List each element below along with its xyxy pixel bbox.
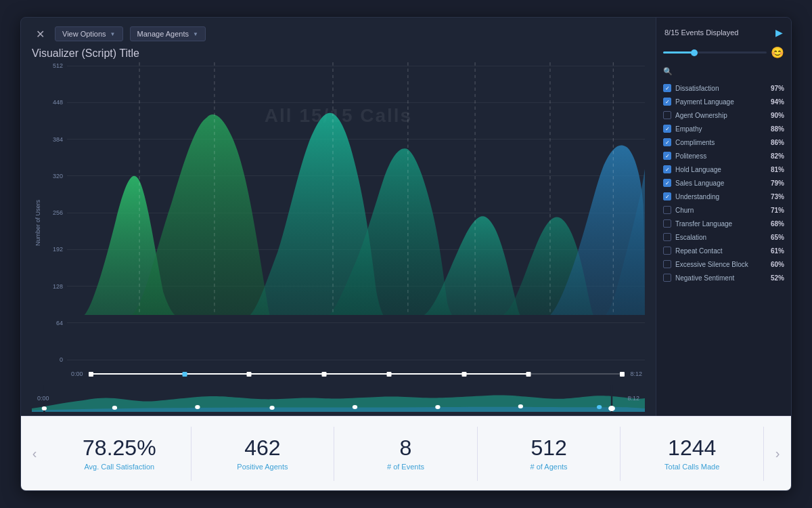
- category-item: Repeat Contact61%: [662, 244, 786, 257]
- category-checkbox[interactable]: [663, 179, 671, 187]
- category-percent: 82%: [771, 152, 784, 160]
- category-percent: 79%: [771, 179, 784, 187]
- stat-value-2: 8: [400, 436, 412, 460]
- category-name: Compliments: [675, 139, 767, 146]
- category-percent: 97%: [771, 85, 784, 92]
- category-name: Excessive Silence Block: [675, 261, 767, 268]
- prev-stat-button[interactable]: ‹: [21, 446, 48, 461]
- search-input[interactable]: [675, 68, 784, 76]
- svg-point-9: [112, 406, 117, 410]
- chart-svg: [68, 62, 645, 315]
- category-checkbox[interactable]: [663, 219, 671, 228]
- category-percent: 71%: [771, 207, 784, 214]
- view-options-dropdown[interactable]: View Options ▼: [55, 26, 123, 41]
- close-button[interactable]: ✕: [32, 26, 48, 42]
- y-label: 128: [44, 283, 63, 290]
- main-chart-area: ✕ View Options ▼ Manage Agents ▼ Visuali…: [21, 18, 656, 416]
- category-percent: 81%: [771, 166, 784, 173]
- search-row: 🔍: [656, 64, 791, 81]
- category-checkbox[interactable]: [663, 274, 671, 282]
- y-label: 448: [44, 99, 63, 106]
- category-name: Transfer Language: [675, 220, 767, 228]
- stat-value-1: 462: [244, 436, 280, 460]
- y-label: 512: [44, 62, 63, 69]
- svg-point-17: [608, 406, 615, 411]
- category-checkbox[interactable]: [663, 152, 671, 160]
- chart-container: Number of Users 512 448 384 320 256 192 …: [32, 62, 645, 416]
- search-icon: 🔍: [663, 67, 673, 76]
- category-name: Sales Language: [675, 179, 767, 187]
- svg-point-14: [518, 404, 523, 408]
- bottom-stats: ‹ 78.25% Avg. Call Satisfaction 462 Posi…: [21, 416, 791, 490]
- stat-label-4: Total Calls Made: [664, 463, 719, 471]
- category-checkbox[interactable]: [663, 98, 671, 106]
- x-axis-start: 0:00: [71, 371, 83, 377]
- toolbar: ✕ View Options ▼ Manage Agents ▼: [32, 26, 645, 42]
- chevron-down-icon: ▼: [193, 31, 198, 37]
- y-label: 384: [44, 136, 63, 143]
- category-item: Dissatisfaction97%: [662, 81, 786, 95]
- stat-label-1: Positive Agents: [237, 463, 288, 471]
- category-percent: 86%: [771, 139, 784, 146]
- y-label: 64: [44, 320, 63, 326]
- category-checkbox[interactable]: [663, 111, 671, 119]
- category-item: Sales Language79%: [662, 176, 786, 190]
- category-item: Payment Language94%: [662, 95, 786, 108]
- top-section: ✕ View Options ▼ Manage Agents ▼ Visuali…: [21, 18, 791, 416]
- category-item: Politeness82%: [662, 149, 786, 163]
- stat-positive-agents: 462 Positive Agents: [191, 427, 335, 481]
- category-percent: 60%: [771, 261, 784, 268]
- category-name: Negative Sentiment: [675, 274, 767, 282]
- category-item: Negative Sentiment52%: [662, 271, 786, 284]
- svg-point-15: [597, 405, 602, 409]
- category-checkbox[interactable]: [663, 138, 671, 146]
- category-percent: 90%: [771, 112, 784, 119]
- category-name: Repeat Contact: [675, 247, 767, 255]
- next-stat-button[interactable]: ›: [764, 446, 791, 461]
- chevron-down-icon: ▼: [110, 31, 116, 37]
- category-item: Empathy88%: [662, 122, 786, 135]
- category-checkbox[interactable]: [663, 192, 671, 200]
- category-percent: 52%: [771, 274, 784, 282]
- category-checkbox[interactable]: [663, 206, 671, 214]
- stat-label-3: # of Agents: [531, 463, 568, 471]
- category-checkbox[interactable]: [663, 260, 671, 268]
- sidebar: 8/15 Events Displayed ▶ 😊 🔍 Dissatisfact…: [656, 18, 791, 416]
- stat-events: 8 # of Events: [334, 427, 478, 481]
- category-checkbox[interactable]: [663, 247, 671, 255]
- category-item: Escalation65%: [662, 230, 786, 244]
- category-name: Hold Language: [675, 166, 767, 173]
- y-label: 256: [44, 209, 63, 216]
- chart-inner: 512 448 384 320 256 192 128 64 0: [44, 62, 645, 383]
- category-name: Understanding: [675, 193, 767, 200]
- stat-label-2: # of Events: [387, 463, 424, 471]
- stat-value-4: 1244: [668, 436, 716, 460]
- next-event-button[interactable]: ▶: [775, 27, 783, 38]
- emoji-icon: 😊: [771, 46, 784, 59]
- mini-waveform: 0:00 8:12: [32, 385, 645, 412]
- category-item: Excessive Silence Block60%: [662, 257, 786, 271]
- event-slider[interactable]: [663, 51, 767, 54]
- manage-agents-dropdown[interactable]: Manage Agents ▼: [130, 26, 206, 41]
- category-checkbox[interactable]: [663, 84, 671, 92]
- category-name: Payment Language: [675, 98, 767, 106]
- stat-agents: 512 # of Agents: [478, 427, 621, 481]
- slider-row: 😊: [656, 43, 791, 64]
- category-name: Empathy: [675, 125, 767, 133]
- mini-x-start: 0:00: [37, 395, 49, 402]
- category-name: Churn: [675, 207, 767, 214]
- stat-label-0: Avg. Call Satisfaction: [84, 463, 154, 471]
- category-checkbox[interactable]: [663, 233, 671, 241]
- y-label: 320: [44, 173, 63, 179]
- category-checkbox[interactable]: [663, 165, 671, 173]
- category-checkbox[interactable]: [663, 125, 671, 133]
- x-axis-end: 8:12: [630, 371, 642, 377]
- category-percent: 94%: [771, 98, 784, 106]
- category-item: Compliments86%: [662, 135, 786, 149]
- view-options-label: View Options: [62, 30, 106, 38]
- sidebar-header: 8/15 Events Displayed ▶: [656, 24, 791, 43]
- stat-avg-satisfaction: 78.25% Avg. Call Satisfaction: [48, 427, 191, 481]
- manage-agents-label: Manage Agents: [137, 30, 189, 38]
- main-container: ✕ View Options ▼ Manage Agents ▼ Visuali…: [20, 17, 792, 491]
- svg-point-8: [42, 406, 47, 410]
